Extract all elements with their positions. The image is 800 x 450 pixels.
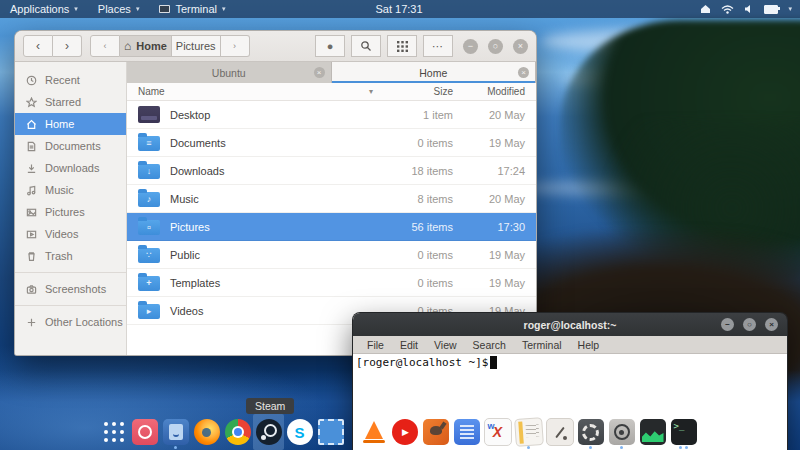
forward-button[interactable]: › — [53, 35, 82, 57]
menu-help[interactable]: Help — [570, 339, 608, 351]
home-icon — [700, 4, 711, 14]
dock-item-gimp[interactable] — [420, 414, 451, 450]
sidebar-item-recent[interactable]: Recent — [15, 69, 126, 91]
dock-item-settings[interactable] — [575, 414, 606, 450]
sidebar-item-music[interactable]: Music — [15, 179, 126, 201]
grid-view-button[interactable] — [387, 35, 417, 57]
sidebar-item-home[interactable]: Home — [15, 113, 126, 135]
tab-close-icon[interactable]: × — [518, 67, 529, 78]
sidebar-item-downloads[interactable]: Downloads — [15, 157, 126, 179]
clock[interactable]: Sat 17:31 — [376, 3, 423, 15]
terminal-cursor — [490, 356, 497, 369]
file-name: Desktop — [170, 109, 210, 121]
sidebar-item-trash[interactable]: Trash — [15, 245, 126, 267]
path-scroll-right[interactable]: › — [221, 35, 250, 57]
dock-item-chrome[interactable] — [222, 414, 253, 450]
menu-button[interactable]: ⋯ — [423, 35, 453, 57]
sort-arrow-icon: ▾ — [369, 87, 373, 96]
dock-item-writer[interactable] — [451, 414, 482, 450]
dock-item-preferences[interactable] — [606, 414, 637, 450]
tab-close-icon[interactable]: × — [314, 67, 325, 78]
terminal-appmenu[interactable]: Terminal ▾ — [149, 0, 235, 18]
screenshot-tool-icon — [132, 419, 158, 445]
dock-item-firefox[interactable] — [191, 414, 222, 450]
download-icon — [26, 163, 37, 174]
table-row-public[interactable]: Public 0 items 19 May — [127, 241, 536, 269]
file-name: Videos — [170, 305, 203, 317]
dock-item-text-editor[interactable] — [544, 414, 575, 450]
minimize-button[interactable]: − — [463, 39, 478, 54]
file-name: Documents — [170, 137, 226, 149]
menu-search[interactable]: Search — [465, 339, 514, 351]
dock-item-lyx[interactable] — [482, 414, 513, 450]
table-row-music[interactable]: Music 8 items 20 May — [127, 185, 536, 213]
back-button[interactable]: ‹ — [23, 35, 53, 57]
table-row-downloads[interactable]: Downloads 18 items 17:24 — [127, 157, 536, 185]
sidebar-item-label: Music — [45, 184, 74, 196]
file-size: 18 items — [381, 165, 457, 177]
skype-icon — [287, 419, 313, 445]
terminal-titlebar[interactable]: roger@localhost:~ − ○ × — [353, 313, 787, 336]
running-indicator — [685, 446, 688, 449]
sidebar-item-label: Home — [45, 118, 74, 130]
tab-ubuntu[interactable]: Ubuntu × — [127, 62, 332, 83]
applications-menu[interactable]: Applications ▾ — [0, 0, 88, 18]
files-headerbar: ‹ › ‹ Home Pictures › ● ⋯ − ○ × — [15, 31, 536, 62]
dock-item-skype[interactable] — [284, 414, 315, 450]
sidebar-item-videos[interactable]: Videos — [15, 223, 126, 245]
breadcrumb-pictures[interactable]: Pictures — [172, 35, 221, 57]
column-modified[interactable]: Modified — [457, 86, 536, 97]
file-name: Public — [170, 249, 200, 261]
trash-icon — [26, 251, 37, 262]
dock-item-terminal[interactable] — [668, 414, 699, 450]
dock-item-file-manager[interactable] — [160, 414, 191, 450]
column-size[interactable]: Size — [381, 86, 457, 97]
close-button[interactable]: × — [513, 39, 528, 54]
dock-item-app-grid[interactable] — [98, 414, 129, 450]
dock-item-system-monitor[interactable] — [637, 414, 668, 450]
sidebar-item-pictures[interactable]: Pictures — [15, 201, 126, 223]
sidebar-item-documents[interactable]: Documents — [15, 135, 126, 157]
sidebar-item-starred[interactable]: Starred — [15, 91, 126, 113]
image-icon — [26, 207, 37, 218]
minimize-button[interactable]: − — [721, 318, 734, 331]
maximize-button[interactable]: ○ — [743, 318, 756, 331]
table-row-desktop[interactable]: Desktop 1 item 20 May — [127, 101, 536, 129]
dock-item-screenshot-tool[interactable] — [129, 414, 160, 450]
record-icon: ● — [327, 41, 334, 52]
menu-edit[interactable]: Edit — [392, 339, 426, 351]
tab-label: Home — [419, 67, 447, 79]
column-name[interactable]: Name ▾ — [127, 86, 381, 97]
file-name: Pictures — [170, 221, 210, 233]
path-scroll-left[interactable]: ‹ — [90, 35, 120, 57]
menu-terminal[interactable]: Terminal — [514, 339, 570, 351]
dock-item-notes[interactable] — [513, 414, 544, 450]
dock-item-youtube[interactable] — [389, 414, 420, 450]
file-name: Downloads — [170, 165, 224, 177]
file-size: 1 item — [381, 109, 457, 121]
dock-item-vlc[interactable] — [358, 414, 389, 450]
table-row-documents[interactable]: Documents 0 items 19 May — [127, 129, 536, 157]
table-row-templates[interactable]: Templates 0 items 19 May — [127, 269, 536, 297]
status-area[interactable]: ▾ — [700, 0, 800, 18]
search-button[interactable] — [351, 35, 381, 57]
sidebar-item-label: Screenshots — [45, 283, 106, 295]
maximize-button[interactable]: ○ — [488, 39, 503, 54]
menu-file[interactable]: File — [359, 339, 392, 351]
close-button[interactable]: × — [765, 318, 778, 331]
tab-home[interactable]: Home × — [332, 62, 537, 83]
headerbar-actions: ● ⋯ − ○ × — [315, 35, 528, 57]
sidebar-item-other-locations[interactable]: Other Locations — [15, 311, 126, 333]
dock-item-steam[interactable] — [253, 414, 284, 450]
table-row-pictures[interactable]: Pictures 56 items 17:30 — [127, 213, 536, 241]
dock-item-stamp[interactable] — [315, 414, 346, 450]
breadcrumb-home[interactable]: Home — [120, 35, 172, 57]
terminal-menubar: File Edit View Search Terminal Help — [353, 336, 787, 354]
record-button[interactable]: ● — [315, 35, 345, 57]
youtube-icon — [392, 419, 418, 445]
places-menu[interactable]: Places ▾ — [88, 0, 150, 18]
app-grid-icon — [101, 419, 127, 445]
sidebar-item-screenshots[interactable]: Screenshots — [15, 278, 126, 300]
chevron-down-icon: ▾ — [136, 5, 140, 13]
menu-view[interactable]: View — [426, 339, 465, 351]
